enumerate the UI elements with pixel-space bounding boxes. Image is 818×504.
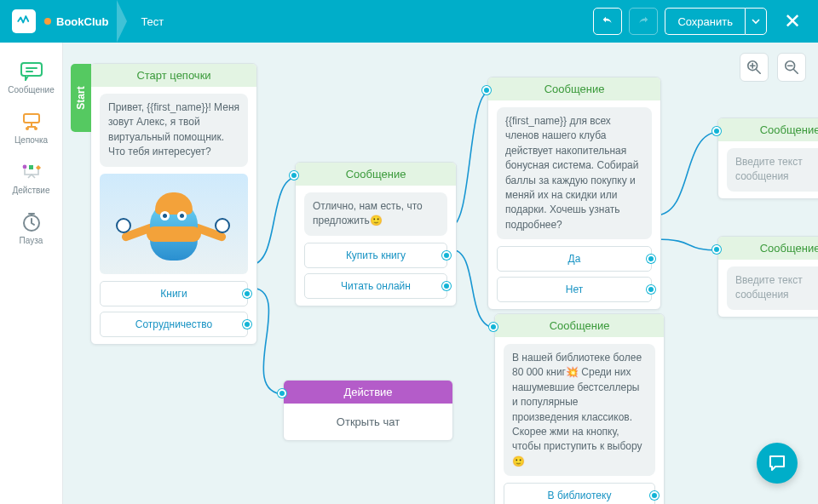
- out-port[interactable]: [243, 289, 251, 298]
- undo-button[interactable]: [593, 8, 622, 35]
- option-buy-book[interactable]: Купить книгу: [304, 243, 447, 268]
- message-text: В нашей библиотеке более 80 000 книг💥 Ср…: [504, 344, 655, 476]
- node-message-2[interactable]: Сообщение {{first_name}} для всех членов…: [487, 77, 661, 310]
- node-message-1[interactable]: Сообщение Отлично, нам есть, что предлож…: [295, 162, 457, 306]
- in-port[interactable]: [482, 86, 491, 94]
- top-bar: BookClub Тест Сохранить ✕: [0, 0, 818, 43]
- svg-rect-7: [29, 165, 33, 169]
- zoom-out-icon: [784, 60, 799, 75]
- node-header: Действие: [284, 381, 452, 404]
- project-status-dot: [44, 18, 51, 25]
- node-message-3[interactable]: Сообщение В нашей библиотеке более 80 00…: [494, 313, 665, 504]
- node-message-5[interactable]: Сообщение Введите текст сообщения: [717, 236, 818, 318]
- message-text: Отлично, нам есть, что предложить🙂: [304, 192, 447, 236]
- svg-rect-0: [21, 63, 42, 76]
- svg-rect-3: [24, 114, 39, 123]
- svg-point-4: [26, 127, 29, 130]
- node-header: Старт цепочки: [91, 64, 256, 87]
- close-button[interactable]: ✕: [779, 9, 806, 33]
- action-icon: [20, 162, 43, 182]
- save-button[interactable]: Сохранить: [665, 8, 745, 35]
- out-port[interactable]: [243, 320, 251, 329]
- message-placeholder[interactable]: Введите текст сообщения: [727, 148, 818, 192]
- chat-icon: [767, 453, 787, 473]
- message-icon: [20, 61, 43, 82]
- chain-name[interactable]: Тест: [141, 15, 164, 28]
- option-read-online[interactable]: Читать онлайн: [304, 273, 447, 299]
- node-header: Сообщение: [488, 77, 660, 100]
- message-text: {{first_name}} для всех членов нашего кл…: [497, 107, 652, 239]
- redo-button[interactable]: [629, 8, 658, 35]
- in-port[interactable]: [712, 127, 721, 135]
- zoom-in-icon: [746, 60, 762, 75]
- node-message-4[interactable]: Сообщение Введите текст сообщения: [717, 117, 818, 199]
- svg-point-5: [34, 127, 37, 130]
- palette-label: Пауза: [20, 236, 43, 245]
- node-header: Сообщение: [718, 118, 818, 141]
- message-image: [100, 174, 248, 274]
- palette-label: Цепочка: [14, 135, 48, 145]
- out-port[interactable]: [442, 251, 451, 260]
- out-port[interactable]: [650, 491, 659, 500]
- flow-canvas[interactable]: Start Старт цепочки Привет, {{first_name…: [63, 43, 818, 504]
- node-header: Сообщение: [495, 314, 664, 337]
- node-header: Сообщение: [296, 163, 456, 186]
- message-placeholder[interactable]: Введите текст сообщения: [727, 266, 818, 310]
- action-text: Открыть чат: [284, 404, 452, 440]
- palette-item-action[interactable]: Действие: [0, 153, 62, 203]
- breadcrumb-separator: [117, 0, 127, 43]
- svg-rect-1: [26, 67, 37, 69]
- option-yes[interactable]: Да: [497, 246, 652, 272]
- redo-icon: [637, 14, 650, 28]
- in-port[interactable]: [489, 323, 498, 331]
- undo-icon: [601, 14, 614, 28]
- chat-fab[interactable]: [757, 443, 798, 484]
- zoom-controls: [740, 53, 806, 82]
- zoom-in-button[interactable]: [740, 53, 769, 82]
- project-name[interactable]: BookClub: [56, 15, 108, 28]
- palette-label: Действие: [13, 186, 50, 195]
- option-books[interactable]: Книги: [100, 281, 248, 306]
- save-group: Сохранить: [665, 8, 767, 35]
- chain-icon: [20, 112, 43, 132]
- palette-panel: Сообщение Цепочка Действие Пауза: [0, 43, 63, 504]
- palette-item-message[interactable]: Сообщение: [0, 53, 62, 103]
- start-tab: Start: [71, 64, 91, 132]
- message-text: Привет, {{first_name}}! Меня зовут Алекс…: [100, 94, 248, 167]
- app-logo[interactable]: [12, 9, 36, 33]
- palette-label: Сообщение: [8, 85, 54, 94]
- in-port[interactable]: [712, 245, 721, 254]
- palette-item-pause[interactable]: Пауза: [0, 203, 62, 254]
- node-header: Сообщение: [718, 237, 818, 260]
- chevron-down-icon: [752, 17, 760, 26]
- svg-point-6: [22, 165, 26, 169]
- option-no[interactable]: Нет: [497, 277, 652, 302]
- node-action[interactable]: Действие Открыть чат: [283, 380, 453, 441]
- out-port[interactable]: [647, 255, 655, 263]
- zoom-out-button[interactable]: [777, 53, 806, 82]
- palette-item-chain[interactable]: Цепочка: [0, 103, 62, 153]
- svg-rect-2: [26, 71, 33, 72]
- save-dropdown[interactable]: [745, 8, 767, 35]
- in-port[interactable]: [278, 389, 286, 398]
- out-port[interactable]: [647, 285, 655, 294]
- option-partnership[interactable]: Сотрудничество: [100, 312, 248, 337]
- option-to-library[interactable]: В библиотеку: [504, 483, 655, 504]
- in-port[interactable]: [290, 171, 298, 180]
- pause-icon: [20, 212, 43, 232]
- out-port[interactable]: [442, 282, 451, 290]
- robot-mascot-icon: [114, 177, 233, 271]
- node-start[interactable]: Start Старт цепочки Привет, {{first_name…: [90, 63, 257, 345]
